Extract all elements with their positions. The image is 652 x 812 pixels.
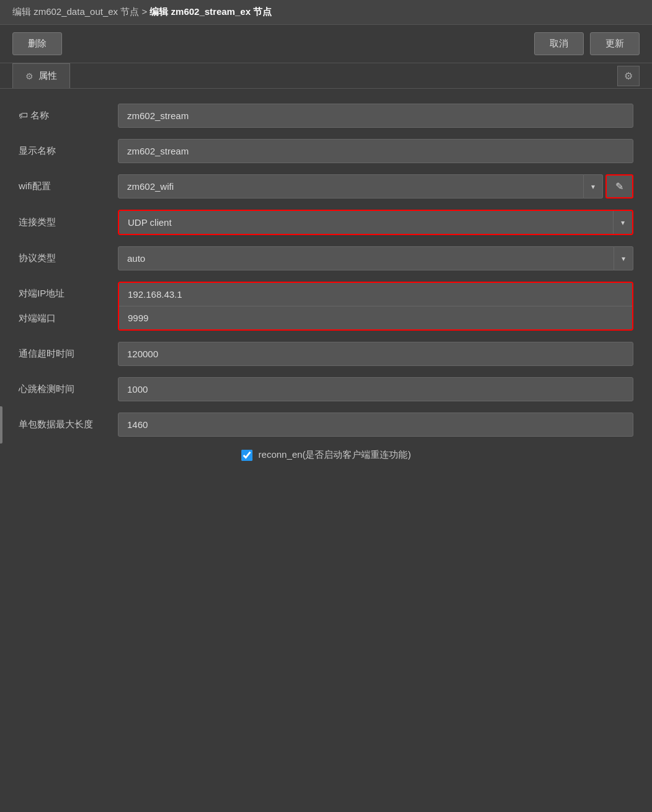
form-container: 🏷 名称 显示名称 wifi配置 zm602_wifi ▾ ✎ <box>0 89 652 476</box>
tab-properties[interactable]: ⚙ 属性 <box>12 63 70 88</box>
remote-ip-input[interactable] <box>119 283 632 306</box>
pencil-icon: ✎ <box>615 181 623 192</box>
display-name-label: 显示名称 <box>19 145 118 157</box>
wifi-config-row: wifi配置 zm602_wifi ▾ ✎ <box>19 174 633 199</box>
display-name-row: 显示名称 <box>19 139 633 163</box>
connection-type-select[interactable]: UDP client TCP client TCP server <box>119 211 613 234</box>
settings-gear-icon: ⚙ <box>624 71 633 81</box>
wifi-edit-button[interactable]: ✎ <box>605 174 633 199</box>
protocol-type-arrow: ▾ <box>614 246 633 270</box>
toolbar-right: 取消 更新 <box>534 32 640 55</box>
toolbar-left: 删除 <box>12 32 62 55</box>
name-input[interactable] <box>118 104 633 128</box>
wifi-select-arrow: ▾ <box>584 174 603 199</box>
tabs-bar: ⚙ 属性 ⚙ <box>0 63 652 89</box>
timeout-row: 通信超时时间 <box>19 342 633 366</box>
connection-type-select-wrapper: UDP client TCP client TCP server ▾ <box>118 210 633 235</box>
wifi-config-label: wifi配置 <box>19 181 118 192</box>
cancel-button[interactable]: 取消 <box>534 32 584 55</box>
ip-port-group <box>118 282 633 331</box>
wifi-config-select-wrapper: zm602_wifi ▾ <box>118 174 603 199</box>
wifi-config-select[interactable]: zm602_wifi <box>118 174 584 199</box>
tab-gear-icon: ⚙ <box>25 71 33 81</box>
toolbar: 删除 取消 更新 <box>0 25 652 63</box>
chevron-down-icon-conn: ▾ <box>621 218 625 227</box>
heartbeat-row: 心跳检测时间 <box>19 377 633 401</box>
connection-type-row: 连接类型 UDP client TCP client TCP server ▾ <box>19 210 633 235</box>
protocol-type-row: 协议类型 auto manual ▾ <box>19 246 633 270</box>
ip-port-row: 对端IP地址对端端口 <box>19 282 633 331</box>
chevron-down-icon-proto: ▾ <box>622 254 625 263</box>
tab-settings-button[interactable]: ⚙ <box>617 66 640 86</box>
protocol-type-select[interactable]: auto manual <box>118 246 614 270</box>
breadcrumb: 编辑 zm602_data_out_ex 节点 > 编辑 zm602_strea… <box>12 6 272 17</box>
max-packet-row: 单包数据最大长度 <box>19 413 633 437</box>
remote-port-label: 对端端口 <box>19 313 118 324</box>
tag-icon: 🏷 <box>19 110 28 120</box>
display-name-input[interactable] <box>118 139 633 163</box>
connection-type-arrow: ▾ <box>613 211 632 234</box>
name-row: 🏷 名称 <box>19 104 633 128</box>
protocol-type-select-wrapper: auto manual ▾ <box>118 246 633 270</box>
connection-type-label: 连接类型 <box>19 216 118 228</box>
timeout-label: 通信超时时间 <box>19 348 118 360</box>
reconnect-checkbox[interactable] <box>241 450 252 461</box>
chevron-down-icon: ▾ <box>591 182 595 191</box>
reconnect-row: reconn_en(是否启动客户端重连功能) <box>19 449 633 461</box>
breadcrumb-separator: > <box>141 6 150 17</box>
remote-port-input[interactable] <box>119 306 632 329</box>
timeout-input[interactable] <box>118 342 633 366</box>
tab-properties-label: 属性 <box>38 70 57 82</box>
heartbeat-label: 心跳检测时间 <box>19 383 118 395</box>
update-button[interactable]: 更新 <box>590 32 640 55</box>
delete-button[interactable]: 删除 <box>12 32 62 55</box>
reconnect-label: reconn_en(是否启动客户端重连功能) <box>259 449 411 461</box>
breadcrumb-current: 编辑 zm602_stream_ex 节点 <box>150 6 272 17</box>
remote-ip-label: 对端IP地址 <box>19 288 118 300</box>
name-label: 🏷 名称 <box>19 110 118 122</box>
breadcrumb-parent: 编辑 zm602_data_out_ex 节点 <box>12 6 139 17</box>
max-packet-label: 单包数据最大长度 <box>19 419 118 431</box>
heartbeat-input[interactable] <box>118 377 633 401</box>
protocol-type-label: 协议类型 <box>19 252 118 264</box>
max-packet-input[interactable] <box>118 413 633 437</box>
